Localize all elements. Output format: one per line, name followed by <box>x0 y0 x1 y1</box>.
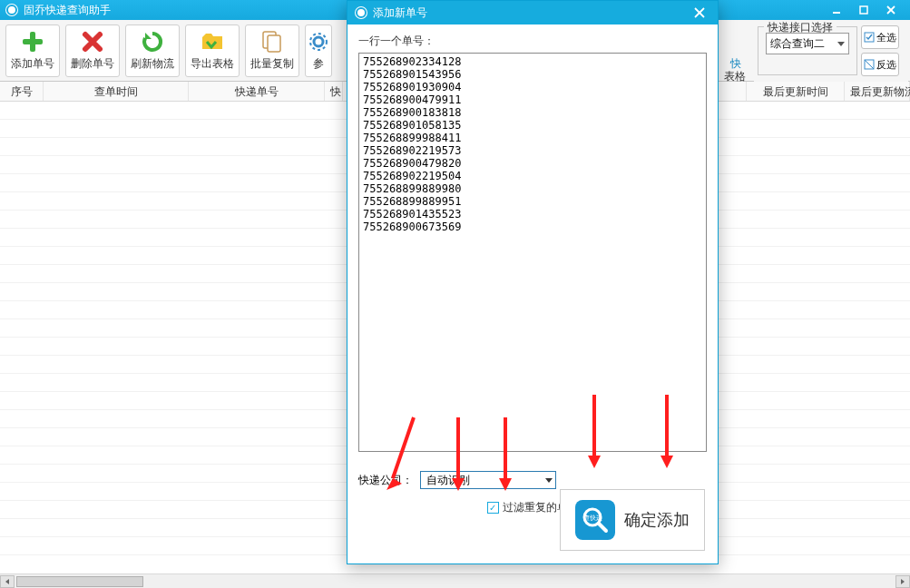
refresh-label: 刷新物流 <box>131 56 174 72</box>
scroll-thumb[interactable] <box>16 576 143 587</box>
delete-label: 删除单号 <box>71 56 114 72</box>
select-all-label: 全选 <box>876 31 896 44</box>
svg-rect-5 <box>23 39 43 44</box>
svg-rect-7 <box>268 35 280 52</box>
horizontal-scrollbar[interactable] <box>0 573 910 588</box>
dialog-close-button[interactable] <box>689 4 710 22</box>
col-query-time[interactable]: 查单时间 <box>44 82 189 101</box>
svg-point-8 <box>314 37 323 46</box>
minimize-button[interactable] <box>823 1 850 19</box>
col-k[interactable]: 快 <box>325 82 343 101</box>
copy-icon <box>259 29 285 54</box>
company-select[interactable]: 自动识别 <box>420 471 556 489</box>
export-button[interactable]: 导出表格 <box>185 24 240 77</box>
close-button[interactable] <box>877 1 905 19</box>
dialog-icon <box>355 6 367 19</box>
folder-icon <box>200 29 225 54</box>
interface-value: 综合查询二 <box>770 36 825 52</box>
params-label: 参 <box>313 56 324 72</box>
dialog-title: 添加新单号 <box>373 5 689 21</box>
maximize-button[interactable] <box>850 1 877 19</box>
dialog-titlebar: 添加新单号 <box>347 1 718 24</box>
cross-icon <box>80 29 105 54</box>
add-label: 添加单号 <box>11 56 54 72</box>
confirm-label: 确定添加 <box>624 509 690 531</box>
peek-kuai-label: 快 <box>730 56 741 72</box>
invert-select-button[interactable]: 反选 <box>861 53 899 76</box>
search-tracking-icon: 查快递 <box>575 500 615 540</box>
col-last-logistics[interactable]: 最后更新物流 <box>845 82 910 101</box>
annotation-arrow-icon <box>492 413 519 495</box>
svg-line-15 <box>599 524 606 531</box>
right-panel: 快递接口选择 综合查询二 全选 反选 <box>754 20 908 82</box>
add-button[interactable]: 添加单号 <box>5 24 60 77</box>
refresh-icon <box>140 29 165 54</box>
plus-icon <box>20 29 45 54</box>
app-icon <box>5 4 18 16</box>
gear-icon <box>306 29 331 54</box>
select-all-button[interactable]: 全选 <box>861 25 899 49</box>
textarea-label: 一行一个单号： <box>358 34 707 49</box>
annotation-arrow-icon <box>581 390 608 472</box>
annotation-arrow-icon <box>445 413 472 495</box>
checklist-icon <box>864 32 875 43</box>
col-index[interactable]: 序号 <box>0 82 44 101</box>
delete-button[interactable]: 删除单号 <box>65 24 120 77</box>
select-buttons: 全选 反选 <box>861 25 899 76</box>
annotation-arrow-icon <box>653 390 680 472</box>
interface-fieldset: 快递接口选择 综合查询二 <box>758 26 857 75</box>
invert-label: 反选 <box>876 58 896 72</box>
refresh-button[interactable]: 刷新物流 <box>125 24 180 77</box>
annotation-arrow-icon <box>382 413 418 495</box>
svg-text:查快递: 查快递 <box>583 514 602 521</box>
copy-label: 批量复制 <box>250 56 294 72</box>
scroll-right-button[interactable] <box>895 575 910 588</box>
export-label: 导出表格 <box>191 56 234 72</box>
col-last-update[interactable]: 最后更新时间 <box>747 82 845 101</box>
copy-button[interactable]: 批量复制 <box>245 24 299 77</box>
confirm-add-button[interactable]: 查快递 确定添加 <box>560 489 705 551</box>
scroll-left-button[interactable] <box>0 575 15 588</box>
checkbox-icon <box>487 502 499 514</box>
svg-rect-1 <box>860 6 867 14</box>
params-button[interactable]: 参 <box>305 24 332 77</box>
col-tracking[interactable]: 快递单号 <box>189 82 325 101</box>
interface-select[interactable]: 综合查询二 <box>766 33 849 54</box>
invert-icon <box>864 59 875 70</box>
